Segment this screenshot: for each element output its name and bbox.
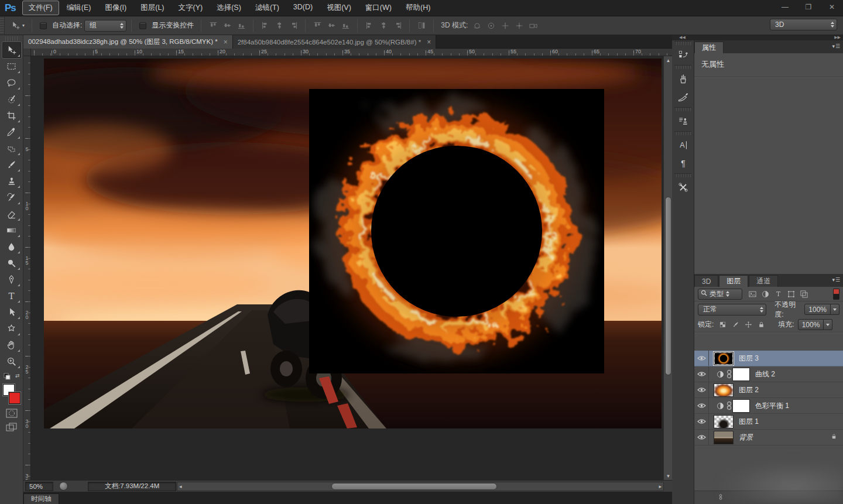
pen-tool[interactable]: [2, 272, 21, 287]
layer-thumbnail[interactable]: [714, 383, 734, 397]
clone-source-icon[interactable]: [674, 113, 692, 129]
distribute-right-icon[interactable]: [390, 19, 405, 32]
shape-filter-icon[interactable]: [784, 289, 797, 300]
tool-presets-icon[interactable]: [674, 179, 692, 196]
distribute-top-icon[interactable]: [310, 19, 324, 32]
eyedropper-tool[interactable]: [2, 124, 21, 140]
history-brush-tool[interactable]: [2, 190, 21, 205]
crop-tool[interactable]: [2, 108, 21, 124]
blend-mode-dropdown[interactable]: 正常: [698, 304, 766, 316]
horizontal-scroll-thumb[interactable]: [331, 483, 497, 490]
menu-图层(L)[interactable]: 图层(L): [134, 1, 170, 15]
brush-tool[interactable]: [2, 157, 21, 173]
layer-filter-dropdown[interactable]: 类型: [698, 289, 742, 300]
workspace-switcher[interactable]: 3D: [770, 19, 837, 30]
fill-field[interactable]: 100%: [798, 319, 833, 330]
background-color-swatch[interactable]: [9, 392, 20, 404]
opacity-field[interactable]: 100%: [804, 304, 839, 315]
lock-move-icon[interactable]: [743, 320, 753, 330]
tab-close-icon[interactable]: ×: [224, 38, 228, 46]
align-top-icon[interactable]: [206, 19, 220, 32]
minimize-icon[interactable]: —: [777, 2, 793, 12]
align-vcenter-icon[interactable]: [220, 19, 234, 32]
layer-thumbnail[interactable]: [714, 352, 734, 365]
close-icon[interactable]: ✕: [824, 2, 839, 12]
lock-all-icon[interactable]: [756, 320, 766, 330]
layer-row-图层 1[interactable]: 图层 1: [694, 414, 843, 430]
tab-3D[interactable]: 3D: [694, 275, 718, 287]
layer-row-图层 3[interactable]: 图层 3: [694, 351, 843, 366]
tab-properties[interactable]: 属性: [694, 42, 724, 53]
lock-paint-icon[interactable]: [730, 320, 741, 330]
screen-mode-icon[interactable]: [3, 423, 20, 432]
move-tool[interactable]: [2, 42, 21, 58]
rectangular-marquee-tool[interactable]: [2, 59, 21, 74]
smartobject-filter-icon[interactable]: [797, 289, 810, 300]
adjustment-filter-icon[interactable]: [759, 289, 772, 300]
auto-select-dropdown[interactable]: 组: [84, 20, 126, 32]
3d-orbit-icon[interactable]: [470, 19, 484, 32]
document-tab[interactable]: 2f84a50b9840d8fe2554c864e502e140.jpg @ 5…: [233, 35, 437, 49]
toolbar-grip[interactable]: [4, 36, 19, 41]
menu-图像(I)[interactable]: 图像(I): [98, 1, 133, 15]
tool-preset-caret-icon[interactable]: ▾: [22, 23, 25, 28]
layer-row-曲线 2[interactable]: 曲线 2: [694, 366, 843, 382]
distribute-vcenter-icon[interactable]: [324, 19, 338, 32]
layer-visibility-eye-icon[interactable]: [694, 430, 709, 445]
align-bottom-icon[interactable]: [234, 19, 248, 32]
scroll-left-icon[interactable]: ◂: [179, 484, 182, 489]
dodge-tool[interactable]: [2, 255, 21, 271]
menu-帮助(H)[interactable]: 帮助(H): [399, 1, 437, 15]
history-icon[interactable]: [674, 47, 692, 63]
auto-align-icon[interactable]: [414, 19, 429, 32]
layer-row-背景[interactable]: 背景: [694, 430, 843, 445]
tab-timeline[interactable]: 时间轴: [23, 493, 59, 504]
3d-camera-icon[interactable]: [526, 19, 540, 32]
horizontal-scrollbar[interactable]: ◂ ▸: [177, 482, 664, 491]
custom-shape-tool[interactable]: [2, 321, 21, 337]
menu-滤镜(T)[interactable]: 滤镜(T): [249, 1, 286, 15]
move-tool-option-icon[interactable]: [8, 19, 22, 32]
brush-presets-icon[interactable]: [674, 89, 692, 105]
zoom-tool[interactable]: [2, 354, 21, 369]
zoom-level-field[interactable]: 50%: [25, 482, 53, 491]
type-filter-icon[interactable]: T: [772, 289, 784, 300]
lasso-tool[interactable]: [2, 75, 21, 91]
layer-filter-toggle[interactable]: [833, 289, 839, 300]
auto-select-checkbox[interactable]: [40, 22, 47, 29]
panel-menu-icon[interactable]: ▾☰: [832, 43, 841, 49]
panel-menu-icon[interactable]: ▾☰: [832, 277, 841, 283]
menu-文件(F)[interactable]: 文件(F): [22, 1, 59, 15]
document-tab[interactable]: 002948adhabd38idcz38gh.jpg @ 50% (图层 3, …: [23, 35, 233, 49]
document-size-info[interactable]: 文档:7.93M/22.4M: [88, 482, 176, 491]
3d-pan-icon[interactable]: [498, 19, 512, 32]
align-left-icon[interactable]: [258, 19, 272, 32]
eraser-tool[interactable]: [2, 206, 21, 222]
canvas-viewport[interactable]: ▲ ▼: [31, 56, 672, 480]
layer-visibility-eye-icon[interactable]: [694, 351, 709, 366]
patch-tool[interactable]: [2, 140, 21, 156]
layer-visibility-eye-icon[interactable]: [694, 382, 709, 397]
brush-panel-icon[interactable]: [674, 71, 692, 87]
collapse-panels-icon[interactable]: ◀◀: [679, 35, 686, 40]
distribute-bottom-icon[interactable]: [338, 19, 352, 32]
layer-row-色彩平衡 1[interactable]: 色彩平衡 1: [694, 398, 843, 414]
quick-selection-tool[interactable]: [2, 91, 21, 107]
layer-visibility-eye-icon[interactable]: [694, 366, 709, 382]
default-colors-icon[interactable]: [4, 373, 11, 382]
fire-ring-layer[interactable]: [309, 89, 604, 373]
layer-visibility-eye-icon[interactable]: [694, 414, 709, 429]
tab-通道[interactable]: 通道: [749, 275, 778, 287]
distribute-left-icon[interactable]: [362, 19, 376, 32]
lock-transparent-icon[interactable]: [717, 320, 728, 330]
layer-thumbnail[interactable]: [714, 431, 734, 444]
vertical-scroll-thumb[interactable]: [665, 197, 671, 375]
distribute-hcenter-icon[interactable]: [376, 19, 390, 32]
clone-stamp-tool[interactable]: [2, 173, 21, 189]
show-transform-checkbox[interactable]: [139, 22, 146, 29]
expand-panels-icon[interactable]: ▶▶: [834, 35, 841, 40]
gradient-tool[interactable]: [2, 222, 21, 238]
menu-编辑(E)[interactable]: 编辑(E): [60, 1, 98, 15]
paragraph-icon[interactable]: ¶: [674, 155, 692, 172]
hand-tool[interactable]: [2, 337, 21, 353]
